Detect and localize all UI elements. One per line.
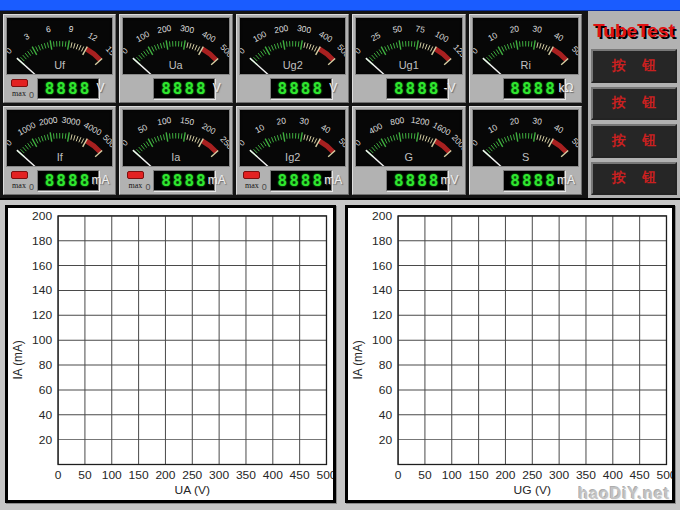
panel-button[interactable]: 按 钮: [591, 87, 677, 121]
svg-text:100: 100: [32, 333, 52, 347]
meter-face-dial: 0100200300400500Ua: [123, 18, 228, 74]
meter-face: 050100150200250Ia: [122, 109, 229, 167]
meter-readout: max 0 8888 V: [4, 75, 115, 102]
meter-scale-label: 0: [123, 137, 130, 147]
red-zone-band: [86, 141, 100, 152]
meter-scale-label: 9: [68, 24, 75, 35]
unit-label: mV: [438, 173, 462, 187]
meter-ri: 01020304050Ri 8888 kΩ: [469, 14, 582, 103]
unit-label: mA: [88, 173, 112, 187]
meter-readout: 8888 -V: [353, 75, 464, 102]
meter-scale-label: 0: [7, 45, 14, 55]
meter-readout: max 0 8888 mA: [4, 167, 115, 194]
meter-scale-label: 50: [137, 122, 150, 135]
meter-name-label: S: [522, 151, 529, 163]
meter-ig2: 01020304050Ig2 max 0 8888 mA: [236, 106, 349, 195]
meter-scale-label: 10: [253, 122, 266, 135]
svg-text:150: 150: [468, 468, 488, 482]
meter-scale-label: 125: [451, 42, 461, 59]
chart-ug-ia: 0501001502002503003504004505002040608010…: [345, 205, 676, 503]
panel-button[interactable]: 按 钮: [591, 162, 677, 196]
panel-button[interactable]: 按 钮: [591, 124, 677, 158]
svg-text:250: 250: [182, 468, 202, 482]
panel-button-label: 按 钮: [606, 94, 662, 112]
grid-lines: [58, 216, 326, 465]
meter-face-dial: 01020304050S: [473, 110, 578, 166]
svg-text:300: 300: [549, 468, 569, 482]
meter-face: 010002000300040005000If: [6, 109, 113, 167]
meter-scale-label: 2000: [450, 132, 462, 153]
red-zone-band: [552, 141, 566, 152]
svg-text:140: 140: [32, 283, 52, 297]
meter-readout: max 0 8888 mA: [120, 167, 231, 194]
meter-scale-label: 0: [473, 137, 480, 147]
svg-text:0: 0: [394, 468, 401, 482]
max-label: max: [241, 181, 263, 190]
unit-label: V: [321, 81, 345, 95]
x-axis-label: UG (V): [513, 483, 550, 497]
red-zone-band: [319, 141, 333, 152]
meter-face: 0100200300400500Ug2: [239, 17, 346, 75]
meter-scale-label: 200: [273, 23, 289, 35]
meter-scale-label: 300: [296, 23, 312, 35]
meter-face: 0400800120016002000G: [355, 109, 462, 167]
svg-text:250: 250: [522, 468, 542, 482]
meter-scale-label: 150: [180, 115, 196, 127]
svg-text:450: 450: [629, 468, 649, 482]
meter-scale-labels: 01020304050: [240, 115, 345, 150]
meter-scale-label: 2000: [38, 115, 58, 128]
digital-display-value: 8888: [394, 81, 441, 97]
svg-text:160: 160: [32, 259, 52, 273]
meter-face-dial: 0400800120016002000G: [356, 110, 461, 166]
y-axis-label: IA (mA): [350, 340, 364, 379]
meter-scale-label: 6: [45, 24, 52, 35]
meter-scale-label: 30: [531, 23, 542, 34]
max-indicator: max: [8, 78, 30, 98]
meter-scale-label: 200: [201, 121, 218, 137]
svg-text:500: 500: [656, 468, 672, 482]
max-led-icon: [11, 79, 28, 87]
meter-face-dial: 010002000300040005000If: [7, 110, 112, 166]
unit-label: mA: [554, 173, 578, 187]
digital-display-value: 8888: [45, 173, 92, 189]
meter-scale-label: 20: [276, 115, 287, 126]
meter-scale-label: 15: [104, 44, 113, 58]
meter-scale-label: 10: [486, 30, 499, 43]
meter-scale-label: 50: [569, 136, 578, 150]
max-label: max: [8, 181, 30, 190]
axis-tick-labels: 0501001502002503003504004505002040608010…: [372, 209, 672, 482]
meter-face: 01020304050Ig2: [239, 109, 346, 167]
meter-scale-label: 400: [201, 29, 218, 45]
meter-scale-label: 0: [356, 137, 363, 147]
meter-scale-label: 100: [433, 29, 450, 45]
meter-face-dial: 01020304050Ri: [473, 18, 578, 74]
svg-text:350: 350: [575, 468, 595, 482]
meter-scale-labels: 01020304050: [473, 23, 578, 58]
svg-text:200: 200: [32, 209, 52, 223]
meter-s: 01020304050S 8888 mA: [469, 106, 582, 195]
svg-text:50: 50: [78, 468, 92, 482]
panel-button[interactable]: 按 钮: [591, 49, 677, 83]
red-zone-band: [202, 141, 216, 152]
meter-scale-label: 1600: [431, 120, 453, 138]
meter-scale-label: 100: [134, 29, 151, 45]
y-axis-label: IA (mA): [11, 340, 25, 379]
svg-text:40: 40: [39, 408, 53, 422]
red-zone-band: [552, 49, 566, 60]
meter-scale-label: 200: [157, 23, 173, 35]
meter-scale-label: 12: [86, 30, 99, 43]
meter-scale-label: 0: [356, 45, 363, 55]
meter-scale-label: 1200: [410, 115, 430, 128]
svg-text:300: 300: [209, 468, 229, 482]
meter-face-dial: 01020304050Ig2: [240, 110, 345, 166]
meter-name-label: Ig2: [285, 151, 300, 163]
axis-tick-labels: 0501001502002503003504004505002040608010…: [32, 209, 332, 482]
meter-scale-label: 0: [7, 137, 14, 147]
svg-text:140: 140: [372, 283, 392, 297]
meter-scale-labels: 03691215: [7, 24, 112, 58]
meter-scale-label: 400: [367, 121, 384, 137]
svg-text:450: 450: [290, 468, 310, 482]
svg-text:350: 350: [236, 468, 256, 482]
svg-text:200: 200: [155, 468, 175, 482]
meter-name-label: Ia: [172, 151, 182, 163]
